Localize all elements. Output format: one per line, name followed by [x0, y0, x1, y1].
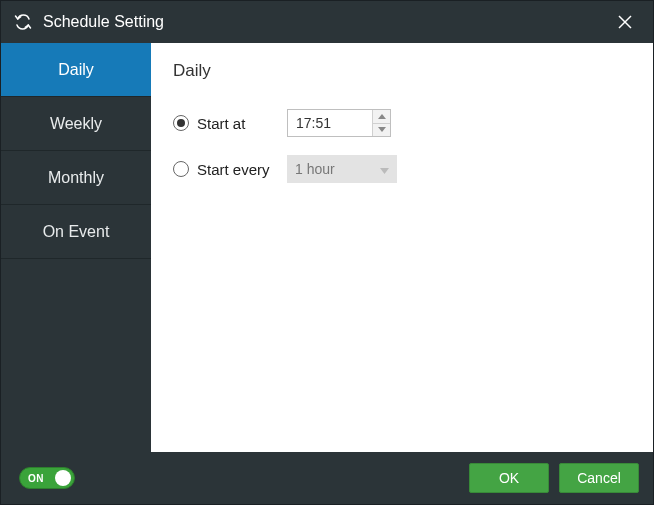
sidebar-item-on-event[interactable]: On Event: [1, 205, 151, 259]
window-title: Schedule Setting: [43, 13, 609, 31]
sync-icon: [13, 12, 33, 32]
chevron-down-icon: [378, 127, 386, 132]
svg-marker-4: [380, 168, 389, 174]
sidebar-item-label: On Event: [43, 223, 110, 241]
sidebar-item-label: Weekly: [50, 115, 102, 133]
titlebar: Schedule Setting: [1, 1, 653, 43]
time-input-group: [287, 109, 391, 137]
dropdown-value: 1 hour: [295, 161, 335, 177]
content-title: Daily: [173, 61, 631, 81]
start-at-label[interactable]: Start at: [197, 115, 279, 132]
spinner-up-button[interactable]: [373, 110, 390, 123]
dialog-body: Daily Weekly Monthly On Event Daily Star…: [1, 43, 653, 452]
start-time-input[interactable]: [288, 110, 372, 136]
sidebar-item-weekly[interactable]: Weekly: [1, 97, 151, 151]
footer: ON OK Cancel: [1, 452, 653, 504]
svg-marker-2: [378, 114, 386, 119]
sidebar: Daily Weekly Monthly On Event: [1, 43, 151, 452]
close-button[interactable]: [609, 6, 641, 38]
start-every-radio[interactable]: [173, 161, 189, 177]
sidebar-item-label: Daily: [58, 61, 94, 79]
sidebar-item-label: Monthly: [48, 169, 104, 187]
interval-dropdown[interactable]: 1 hour: [287, 155, 397, 183]
start-at-row: Start at: [173, 109, 631, 137]
close-icon: [617, 14, 633, 30]
ok-button[interactable]: OK: [469, 463, 549, 493]
start-every-row: Start every 1 hour: [173, 155, 631, 183]
start-at-radio[interactable]: [173, 115, 189, 131]
spinner-down-button[interactable]: [373, 123, 390, 137]
sidebar-item-monthly[interactable]: Monthly: [1, 151, 151, 205]
chevron-down-icon: [380, 161, 389, 177]
cancel-button[interactable]: Cancel: [559, 463, 639, 493]
svg-marker-3: [378, 127, 386, 132]
chevron-up-icon: [378, 114, 386, 119]
content-panel: Daily Start at: [151, 43, 653, 452]
enable-toggle[interactable]: ON: [19, 467, 75, 489]
time-spinner: [372, 110, 390, 136]
start-every-label[interactable]: Start every: [197, 161, 279, 178]
sidebar-item-daily[interactable]: Daily: [1, 43, 151, 97]
toggle-knob: [55, 470, 71, 486]
toggle-label: ON: [28, 473, 44, 484]
schedule-setting-window: Schedule Setting Daily Weekly Monthly On…: [0, 0, 654, 505]
